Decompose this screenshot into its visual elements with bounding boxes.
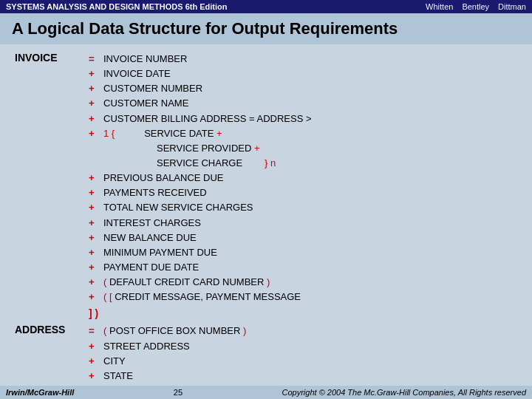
header-bar: SYSTEMS ANALYSIS AND DESIGN METHODS 6th … xyxy=(0,0,532,13)
main-content: INVOICE = + + + + + + + + + + + + + + IN… xyxy=(0,44,532,399)
footer-copyright: Copyright © 2004 The Mc.Graw-Hill Compan… xyxy=(282,388,526,397)
invoice-section: INVOICE = + + + + + + + + + + + + + + IN… xyxy=(15,52,517,304)
header-authors: Whitten Bentley Dittman xyxy=(426,2,526,11)
invoice-operators: = + + + + + + + + + + + + + + xyxy=(89,52,103,304)
author2: Bentley xyxy=(462,2,489,11)
footer-page: 25 xyxy=(74,388,282,397)
author3: Dittman xyxy=(498,2,526,11)
page-title: A Logical Data Structure for Output Requ… xyxy=(0,13,532,44)
header-title: SYSTEMS ANALYSIS AND DESIGN METHODS 6th … xyxy=(6,2,227,11)
invoice-fields: INVOICE NUMBER INVOICE DATE CUSTOMER NUM… xyxy=(103,52,517,304)
footer-left: Irwin/McGraw-Hill xyxy=(6,388,74,397)
footer-bar: Irwin/McGraw-Hill 25 Copyright © 2004 Th… xyxy=(0,386,532,399)
close-bracket: ] ) xyxy=(89,307,517,319)
invoice-label: INVOICE xyxy=(15,52,89,304)
author1: Whitten xyxy=(426,2,453,11)
